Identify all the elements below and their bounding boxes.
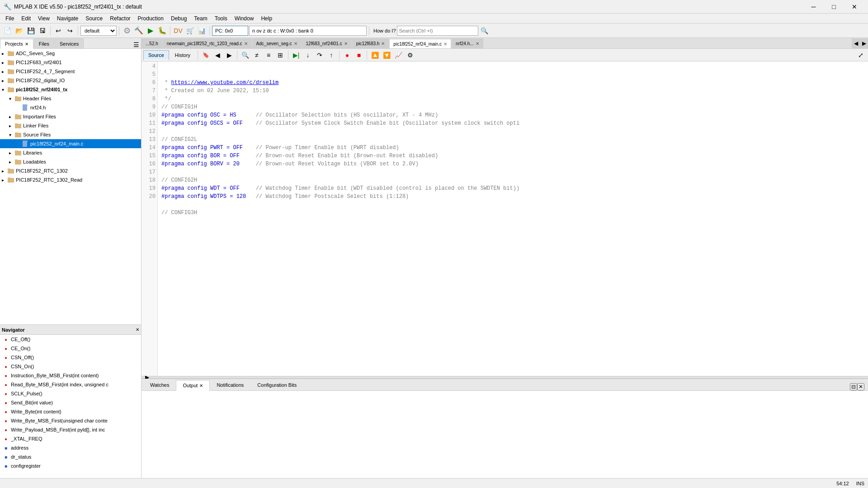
bottom-tab-close[interactable]: ✕ <box>199 383 203 388</box>
menu-item-window[interactable]: Window <box>231 14 258 23</box>
tree-item[interactable]: ▸PIC12F683_nrf24l01 <box>0 58 141 67</box>
source-tab[interactable]: Source <box>143 50 169 60</box>
menu-item-debug[interactable]: Debug <box>167 14 190 23</box>
navigator-close[interactable]: ✕ <box>136 327 139 332</box>
close-button[interactable]: ✕ <box>844 0 864 14</box>
code-fold-button[interactable]: ⊞ <box>275 50 286 61</box>
tree-item[interactable]: ▸Loadables <box>0 157 141 166</box>
tree-item[interactable]: ▸PIC18F252_4_7_Segment <box>0 67 141 76</box>
navigator-item[interactable]: ●CE_On() <box>0 344 141 353</box>
menu-item-team[interactable]: Team <box>190 14 211 23</box>
bottom-panel-minimize[interactable]: ⊟ <box>850 383 857 390</box>
tree-item[interactable]: ▸PIC18F252_RTC_1302_Read <box>0 175 141 184</box>
save-all-button[interactable]: 🖫 <box>37 25 48 36</box>
debug-button[interactable]: 🐛 <box>157 25 168 36</box>
editor-tab[interactable]: 12f683_nrf24l01.c✕ <box>302 38 352 48</box>
editor-tab[interactable]: newmain_pic18f252_rtc_1203_read.c✕ <box>163 38 252 48</box>
navigator-item[interactable]: ●Write_Byte(int content) <box>0 407 141 416</box>
new-file-button[interactable]: 📄 <box>2 25 13 36</box>
format-button[interactable]: ≡ <box>263 50 274 61</box>
build-button[interactable]: ⚙ <box>122 25 132 36</box>
toggle-breakpoint-button[interactable]: ● <box>342 50 353 61</box>
save-button[interactable]: 💾 <box>25 25 36 36</box>
navigator-item[interactable]: ●CE_Off() <box>0 335 141 344</box>
navigator-item[interactable]: ●_XTAL_FREQ <box>0 434 141 443</box>
editor-tab[interactable]: Adc_seven_seg.c✕ <box>252 38 302 48</box>
menu-item-help[interactable]: Help <box>257 14 276 23</box>
tree-item[interactable]: ▸ADC_Seven_Seg <box>0 49 141 58</box>
bottom-tab-notifications[interactable]: Notifications <box>210 380 250 390</box>
tree-item[interactable]: ▾pic18f252_nrf24l01_tx <box>0 85 141 94</box>
navigator-item[interactable]: ●Write_Payload_MSB_First(int pyld[], int… <box>0 425 141 434</box>
tree-item[interactable]: ▸Libraries <box>0 148 141 157</box>
menu-item-edit[interactable]: Edit <box>18 14 34 23</box>
program-device-button[interactable]: DV <box>173 25 184 36</box>
menu-item-view[interactable]: View <box>34 14 53 23</box>
tree-item[interactable]: nrf24.h <box>0 103 141 112</box>
cart-button[interactable]: 🛒 <box>184 25 195 36</box>
editor-tab-close[interactable]: ✕ <box>244 41 248 46</box>
next-bookmark-button[interactable]: ▶ <box>224 50 235 61</box>
menu-item-tools[interactable]: Tools <box>211 14 231 23</box>
code-content[interactable]: * https://www.youtube.com/c/drselim * Cr… <box>158 61 868 376</box>
projects-tab-close[interactable]: ✕ <box>25 42 28 47</box>
clean-build-button[interactable]: 🔨 <box>133 25 144 36</box>
menu-item-navigate[interactable]: Navigate <box>53 14 82 23</box>
left-panel-menu-button[interactable]: ☰ <box>132 41 141 48</box>
run-to-cursor-button[interactable]: ▶| <box>291 50 302 61</box>
tab-scroll-left[interactable]: ◀ <box>852 38 860 48</box>
step-out-button[interactable]: ↑ <box>326 50 337 61</box>
tree-item[interactable]: ▸PIC18F252_RTC_1302 <box>0 166 141 175</box>
expand-editor-button[interactable]: ⤢ <box>855 50 866 61</box>
menu-item-source[interactable]: Source <box>82 14 106 23</box>
chart-button[interactable]: 📈 <box>393 50 404 61</box>
tree-item[interactable]: ▾Header Files <box>0 94 141 103</box>
navigator-item[interactable]: ■dr_status <box>0 452 141 461</box>
diff-button[interactable]: ≠ <box>251 50 262 61</box>
menu-item-refactor[interactable]: Refactor <box>106 14 134 23</box>
configuration-dropdown[interactable]: default <box>80 26 117 36</box>
editor-tab[interactable]: pic18f252_nrf24_main.c✕ <box>389 39 451 49</box>
step-over-button[interactable]: ↷ <box>314 50 325 61</box>
tree-item[interactable]: ▸Important Files <box>0 112 141 121</box>
minimize-button[interactable]: ─ <box>803 0 824 14</box>
editor-tab-close[interactable]: ✕ <box>476 41 479 46</box>
editor-tab[interactable]: nrf24.h...✕ <box>452 38 483 48</box>
history-tab[interactable]: History <box>170 50 195 60</box>
search-button[interactable]: 🔍 <box>479 25 490 36</box>
step-into-button[interactable]: ↓ <box>302 50 313 61</box>
stop-button[interactable]: ■ <box>354 50 364 61</box>
navigator-item[interactable]: ●SCLK_Pulse() <box>0 389 141 398</box>
navigator-item[interactable]: ●CSN_Off() <box>0 353 141 362</box>
editor-tab-close[interactable]: ✕ <box>381 41 385 46</box>
navigator-item[interactable]: ■configregister <box>0 461 141 470</box>
tab-projects[interactable]: Projects ✕ <box>0 39 33 49</box>
bottom-tab-watches[interactable]: Watches <box>143 380 176 390</box>
menu-item-file[interactable]: File <box>2 14 18 23</box>
settings-button[interactable]: ⚙ <box>405 50 415 61</box>
navigator-item[interactable]: ●Instruction_Byte_MSB_First(int content) <box>0 371 141 380</box>
redo-button[interactable]: ↪ <box>65 25 75 36</box>
editor-tab-close[interactable]: ✕ <box>294 41 297 46</box>
find-button[interactable]: 🔍 <box>240 50 250 61</box>
tree-item[interactable]: ▾Source Files <box>0 130 141 139</box>
search-input[interactable] <box>397 26 478 36</box>
undo-button[interactable]: ↩ <box>53 25 64 36</box>
navigator-item[interactable]: ●Write_Byte_MSB_First(unsigned char cont… <box>0 416 141 425</box>
tree-item[interactable]: pic18f252_nrf24_main.c <box>0 139 141 148</box>
open-button[interactable]: 📂 <box>14 25 24 36</box>
bottom-panel-close[interactable]: ✕ <box>857 383 864 390</box>
editor-tab-close[interactable]: ✕ <box>344 41 348 46</box>
navigator-item[interactable]: ■address <box>0 443 141 452</box>
tree-item[interactable]: ▸Linker Files <box>0 121 141 130</box>
zoom-in-button[interactable]: 🔼 <box>369 50 380 61</box>
navigator-item[interactable]: ●Send_Bit(int value) <box>0 398 141 407</box>
editor-tab[interactable]: pic12f683.h✕ <box>352 38 389 48</box>
maximize-button[interactable]: □ <box>824 0 844 14</box>
zoom-out-button[interactable]: 🔽 <box>381 50 392 61</box>
tab-services[interactable]: Services <box>55 38 84 48</box>
toggle-bookmarks-button[interactable]: 🔖 <box>200 50 211 61</box>
editor-tab-close[interactable]: ✕ <box>443 42 447 47</box>
code-link[interactable]: https://www.youtube.com/c/drselim <box>171 79 279 87</box>
project-tree[interactable]: ▸ADC_Seven_Seg▸PIC12F683_nrf24l01▸PIC18F… <box>0 49 141 324</box>
